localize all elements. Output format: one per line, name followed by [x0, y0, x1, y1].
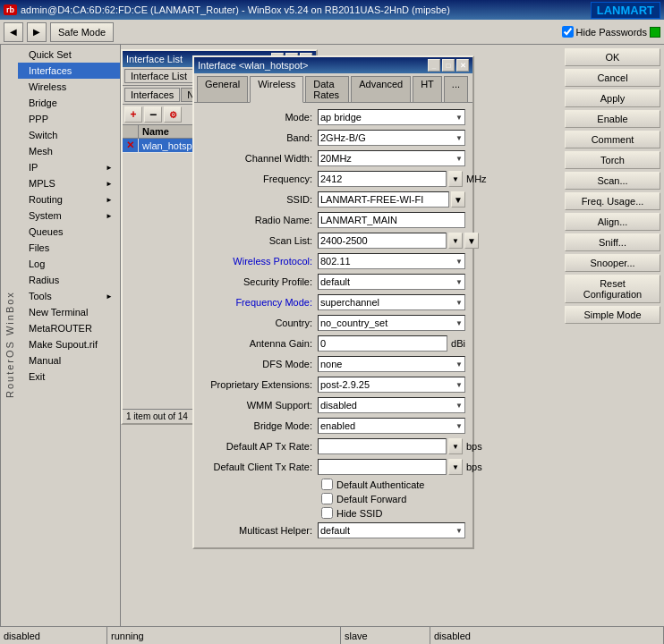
proprietary-extensions-dropdown[interactable]: post-2.9.25 ▼	[318, 377, 465, 393]
scan-list-row: Scan List: ▼ ▼	[201, 232, 465, 250]
title-bar-left: rb admin@D4:CA:6D:62:FD:CE (LANMART_Rout…	[4, 4, 450, 15]
ssid-expand-button[interactable]: ▼	[451, 191, 465, 208]
hide-passwords-checkbox[interactable]	[562, 26, 574, 38]
back-button[interactable]: ◀	[4, 22, 23, 42]
frequency-input[interactable]	[318, 171, 447, 187]
wmm-support-dropdown[interactable]: disabled ▼	[318, 397, 465, 413]
sidebar-item-switch[interactable]: Switch	[18, 127, 120, 143]
multicast-helper-dropdown[interactable]: default ▼	[318, 522, 465, 538]
default-forward-checkbox[interactable]	[321, 493, 333, 504]
sidebar-item-new-terminal[interactable]: New Terminal	[18, 304, 120, 320]
sidebar-item-log[interactable]: Log	[18, 256, 120, 272]
sidebar-item-bridge[interactable]: Bridge	[18, 95, 120, 111]
subtab-interfaces[interactable]: Interfaces	[124, 88, 180, 102]
dialog-minimize-button[interactable]: _	[428, 59, 440, 72]
ok-button[interactable]: OK	[565, 48, 660, 66]
default-client-tx-rate-dropdown-button[interactable]: ▼	[448, 459, 463, 475]
remove-interface-button[interactable]: −	[144, 106, 162, 123]
sidebar-item-exit[interactable]: Exit	[18, 369, 120, 385]
security-profile-label: Security Profile:	[201, 276, 318, 287]
add-interface-button[interactable]: +	[124, 106, 142, 123]
bridge-mode-label: Bridge Mode:	[201, 420, 318, 431]
forward-button[interactable]: ▶	[27, 22, 47, 42]
sidebar-item-quickset[interactable]: Quick Set	[18, 47, 120, 63]
antenna-gain-control: dBi	[318, 335, 465, 352]
simple-mode-button[interactable]: Simple Mode	[565, 306, 660, 324]
chevron-right-icon: ►	[106, 180, 113, 188]
tab-more[interactable]: ...	[444, 76, 468, 102]
default-ap-tx-rate-dropdown-button[interactable]: ▼	[448, 438, 463, 454]
tab-ht[interactable]: HT	[413, 76, 442, 102]
bridge-mode-value: enabled	[320, 420, 355, 431]
torch-button[interactable]: Torch	[565, 151, 660, 169]
tab-advanced[interactable]: Advanced	[351, 76, 411, 102]
interface-dialog: Interface <wlan_hotspot> _ □ ✕ General W…	[192, 55, 474, 549]
chevron-right-icon: ►	[106, 164, 113, 172]
dfs-mode-dropdown[interactable]: none ▼	[318, 356, 465, 372]
sidebar-item-system[interactable]: System ►	[18, 208, 120, 224]
wireless-protocol-dropdown[interactable]: 802.11 ▼	[318, 253, 465, 269]
hide-ssid-checkbox[interactable]	[321, 507, 333, 519]
snooper-button[interactable]: Snooper...	[565, 254, 660, 272]
sidebar-item-wireless[interactable]: Wireless	[18, 79, 120, 95]
sidebar-item-metarouter[interactable]: MetaROUTER	[18, 320, 120, 336]
band-dropdown[interactable]: 2GHz-B/G ▼	[318, 130, 465, 146]
align-button[interactable]: Align...	[565, 213, 660, 231]
sidebar-item-interfaces[interactable]: Interfaces	[18, 63, 120, 79]
sidebar-item-radius[interactable]: Radius	[18, 272, 120, 288]
settings-interface-button[interactable]: ⚙	[164, 106, 182, 123]
sidebar-item-label: IP	[29, 162, 38, 173]
sidebar-item-ppp[interactable]: PPP	[18, 111, 120, 127]
col-status	[123, 125, 139, 138]
freq-usage-button[interactable]: Freq. Usage...	[565, 192, 660, 210]
default-authenticate-checkbox[interactable]	[321, 479, 333, 490]
scan-button[interactable]: Scan...	[565, 172, 660, 190]
dfs-mode-control: none ▼	[318, 356, 465, 372]
mode-value: ap bridge	[320, 112, 362, 123]
tab-general[interactable]: General	[197, 76, 248, 102]
safe-mode-button[interactable]: Safe Mode	[50, 22, 114, 42]
sidebar-item-manual[interactable]: Manual	[18, 352, 120, 369]
sidebar-item-ip[interactable]: IP ►	[18, 159, 120, 175]
reset-config-button[interactable]: Reset Configuration	[565, 275, 660, 303]
scan-list-expand-button[interactable]: ▼	[464, 233, 479, 249]
frequency-mode-dropdown[interactable]: superchannel ▼	[318, 294, 465, 310]
default-client-tx-rate-input[interactable]	[318, 459, 447, 475]
apply-button[interactable]: Apply	[565, 89, 660, 107]
hide-ssid-label: Hide SSID	[336, 508, 382, 519]
country-dropdown[interactable]: no_country_set ▼	[318, 315, 465, 331]
bridge-mode-dropdown[interactable]: enabled ▼	[318, 418, 465, 434]
sidebar-item-mesh[interactable]: Mesh	[18, 143, 120, 159]
dialog-close-button[interactable]: ✕	[456, 59, 469, 72]
cancel-button[interactable]: Cancel	[565, 69, 660, 87]
tab-wireless[interactable]: Wireless	[250, 76, 303, 103]
security-profile-value: default	[320, 276, 350, 287]
sidebar-item-make-supout[interactable]: Make Supout.rif	[18, 336, 120, 352]
ssid-input[interactable]	[318, 191, 449, 208]
sidebar-item-files[interactable]: Files	[18, 240, 120, 256]
channel-width-dropdown[interactable]: 20MHz ▼	[318, 150, 465, 166]
radio-name-input[interactable]	[318, 212, 465, 228]
sidebar-item-label: MPLS	[29, 178, 55, 189]
dialog-maximize-button[interactable]: □	[442, 59, 455, 72]
sidebar-item-tools[interactable]: Tools ►	[18, 288, 120, 304]
default-client-tx-rate-label: Default Client Tx Rate:	[201, 462, 318, 472]
tab-data-rates[interactable]: Data Rates	[305, 76, 349, 102]
band-value: 2GHz-B/G	[320, 132, 366, 143]
tab-interface-list[interactable]: Interface List	[124, 69, 193, 83]
default-authenticate-row: Default Authenticate	[321, 479, 465, 490]
scan-list-dropdown-button[interactable]: ▼	[448, 233, 463, 249]
mode-dropdown[interactable]: ap bridge ▼	[318, 109, 465, 125]
sniff-button[interactable]: Sniff...	[565, 233, 660, 251]
sidebar-item-mpls[interactable]: MPLS ►	[18, 175, 120, 191]
enable-button[interactable]: Enable	[565, 110, 660, 128]
sidebar-item-routing[interactable]: Routing ►	[18, 191, 120, 208]
frequency-label: Frequency:	[201, 174, 318, 184]
security-profile-dropdown[interactable]: default ▼	[318, 274, 465, 290]
comment-button[interactable]: Comment	[565, 131, 660, 148]
antenna-gain-input[interactable]	[318, 335, 447, 352]
frequency-dropdown-button[interactable]: ▼	[448, 171, 463, 187]
sidebar-item-queues[interactable]: Queues	[18, 224, 120, 240]
scan-list-input[interactable]	[318, 233, 447, 249]
default-ap-tx-rate-input[interactable]	[318, 438, 447, 454]
